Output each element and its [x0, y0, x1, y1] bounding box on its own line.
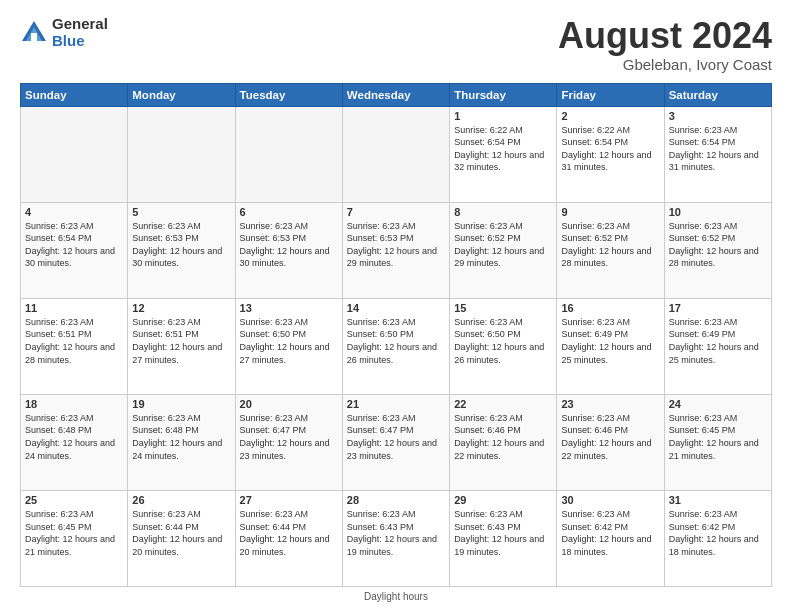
- day-info: Sunrise: 6:23 AM Sunset: 6:44 PM Dayligh…: [132, 508, 230, 558]
- day-number: 28: [347, 494, 445, 506]
- table-row: 17Sunrise: 6:23 AM Sunset: 6:49 PM Dayli…: [664, 298, 771, 394]
- day-info: Sunrise: 6:23 AM Sunset: 6:43 PM Dayligh…: [347, 508, 445, 558]
- day-number: 24: [669, 398, 767, 410]
- col-monday: Monday: [128, 83, 235, 106]
- table-row: [235, 106, 342, 202]
- week-row-4: 18Sunrise: 6:23 AM Sunset: 6:48 PM Dayli…: [21, 394, 772, 490]
- table-row: 4Sunrise: 6:23 AM Sunset: 6:54 PM Daylig…: [21, 202, 128, 298]
- col-wednesday: Wednesday: [342, 83, 449, 106]
- day-number: 31: [669, 494, 767, 506]
- day-info: Sunrise: 6:23 AM Sunset: 6:53 PM Dayligh…: [240, 220, 338, 270]
- day-info: Sunrise: 6:23 AM Sunset: 6:52 PM Dayligh…: [669, 220, 767, 270]
- day-info: Sunrise: 6:23 AM Sunset: 6:48 PM Dayligh…: [25, 412, 123, 462]
- logo-blue-text: Blue: [52, 33, 108, 50]
- table-row: 5Sunrise: 6:23 AM Sunset: 6:53 PM Daylig…: [128, 202, 235, 298]
- day-number: 14: [347, 302, 445, 314]
- table-row: 10Sunrise: 6:23 AM Sunset: 6:52 PM Dayli…: [664, 202, 771, 298]
- day-number: 11: [25, 302, 123, 314]
- day-number: 19: [132, 398, 230, 410]
- svg-rect-2: [31, 33, 37, 41]
- day-number: 23: [561, 398, 659, 410]
- day-info: Sunrise: 6:22 AM Sunset: 6:54 PM Dayligh…: [561, 124, 659, 174]
- footer-note: Daylight hours: [20, 591, 772, 602]
- table-row: 13Sunrise: 6:23 AM Sunset: 6:50 PM Dayli…: [235, 298, 342, 394]
- day-number: 18: [25, 398, 123, 410]
- logo: General Blue: [20, 16, 108, 49]
- table-row: 23Sunrise: 6:23 AM Sunset: 6:46 PM Dayli…: [557, 394, 664, 490]
- table-row: 12Sunrise: 6:23 AM Sunset: 6:51 PM Dayli…: [128, 298, 235, 394]
- day-number: 30: [561, 494, 659, 506]
- day-number: 4: [25, 206, 123, 218]
- day-info: Sunrise: 6:23 AM Sunset: 6:45 PM Dayligh…: [669, 412, 767, 462]
- day-info: Sunrise: 6:23 AM Sunset: 6:54 PM Dayligh…: [669, 124, 767, 174]
- week-row-3: 11Sunrise: 6:23 AM Sunset: 6:51 PM Dayli…: [21, 298, 772, 394]
- col-thursday: Thursday: [450, 83, 557, 106]
- day-number: 16: [561, 302, 659, 314]
- day-number: 9: [561, 206, 659, 218]
- table-row: [342, 106, 449, 202]
- day-info: Sunrise: 6:23 AM Sunset: 6:47 PM Dayligh…: [240, 412, 338, 462]
- table-row: 7Sunrise: 6:23 AM Sunset: 6:53 PM Daylig…: [342, 202, 449, 298]
- day-info: Sunrise: 6:23 AM Sunset: 6:48 PM Dayligh…: [132, 412, 230, 462]
- day-info: Sunrise: 6:23 AM Sunset: 6:43 PM Dayligh…: [454, 508, 552, 558]
- table-row: 15Sunrise: 6:23 AM Sunset: 6:50 PM Dayli…: [450, 298, 557, 394]
- day-number: 27: [240, 494, 338, 506]
- day-info: Sunrise: 6:23 AM Sunset: 6:42 PM Dayligh…: [669, 508, 767, 558]
- logo-icon: [20, 19, 48, 47]
- table-row: 1Sunrise: 6:22 AM Sunset: 6:54 PM Daylig…: [450, 106, 557, 202]
- col-tuesday: Tuesday: [235, 83, 342, 106]
- day-number: 1: [454, 110, 552, 122]
- day-info: Sunrise: 6:23 AM Sunset: 6:49 PM Dayligh…: [561, 316, 659, 366]
- week-row-2: 4Sunrise: 6:23 AM Sunset: 6:54 PM Daylig…: [21, 202, 772, 298]
- day-number: 5: [132, 206, 230, 218]
- table-row: 14Sunrise: 6:23 AM Sunset: 6:50 PM Dayli…: [342, 298, 449, 394]
- day-number: 12: [132, 302, 230, 314]
- day-info: Sunrise: 6:23 AM Sunset: 6:50 PM Dayligh…: [240, 316, 338, 366]
- table-row: 22Sunrise: 6:23 AM Sunset: 6:46 PM Dayli…: [450, 394, 557, 490]
- day-number: 25: [25, 494, 123, 506]
- table-row: 20Sunrise: 6:23 AM Sunset: 6:47 PM Dayli…: [235, 394, 342, 490]
- day-info: Sunrise: 6:23 AM Sunset: 6:46 PM Dayligh…: [454, 412, 552, 462]
- day-info: Sunrise: 6:23 AM Sunset: 6:49 PM Dayligh…: [669, 316, 767, 366]
- day-number: 17: [669, 302, 767, 314]
- table-row: 18Sunrise: 6:23 AM Sunset: 6:48 PM Dayli…: [21, 394, 128, 490]
- table-row: 26Sunrise: 6:23 AM Sunset: 6:44 PM Dayli…: [128, 490, 235, 586]
- day-info: Sunrise: 6:23 AM Sunset: 6:47 PM Dayligh…: [347, 412, 445, 462]
- col-sunday: Sunday: [21, 83, 128, 106]
- table-row: 29Sunrise: 6:23 AM Sunset: 6:43 PM Dayli…: [450, 490, 557, 586]
- day-number: 10: [669, 206, 767, 218]
- day-info: Sunrise: 6:23 AM Sunset: 6:44 PM Dayligh…: [240, 508, 338, 558]
- day-number: 21: [347, 398, 445, 410]
- day-number: 3: [669, 110, 767, 122]
- week-row-1: 1Sunrise: 6:22 AM Sunset: 6:54 PM Daylig…: [21, 106, 772, 202]
- day-number: 2: [561, 110, 659, 122]
- table-row: 25Sunrise: 6:23 AM Sunset: 6:45 PM Dayli…: [21, 490, 128, 586]
- table-row: 6Sunrise: 6:23 AM Sunset: 6:53 PM Daylig…: [235, 202, 342, 298]
- day-number: 7: [347, 206, 445, 218]
- table-row: 24Sunrise: 6:23 AM Sunset: 6:45 PM Dayli…: [664, 394, 771, 490]
- table-row: [21, 106, 128, 202]
- table-row: 30Sunrise: 6:23 AM Sunset: 6:42 PM Dayli…: [557, 490, 664, 586]
- table-row: 19Sunrise: 6:23 AM Sunset: 6:48 PM Dayli…: [128, 394, 235, 490]
- page: General Blue August 2024 Gbeleban, Ivory…: [0, 0, 792, 612]
- day-info: Sunrise: 6:23 AM Sunset: 6:50 PM Dayligh…: [454, 316, 552, 366]
- day-number: 22: [454, 398, 552, 410]
- table-row: 9Sunrise: 6:23 AM Sunset: 6:52 PM Daylig…: [557, 202, 664, 298]
- day-number: 26: [132, 494, 230, 506]
- table-row: 16Sunrise: 6:23 AM Sunset: 6:49 PM Dayli…: [557, 298, 664, 394]
- day-info: Sunrise: 6:23 AM Sunset: 6:42 PM Dayligh…: [561, 508, 659, 558]
- day-info: Sunrise: 6:23 AM Sunset: 6:45 PM Dayligh…: [25, 508, 123, 558]
- col-friday: Friday: [557, 83, 664, 106]
- day-info: Sunrise: 6:23 AM Sunset: 6:54 PM Dayligh…: [25, 220, 123, 270]
- logo-general-text: General: [52, 16, 108, 33]
- table-row: 31Sunrise: 6:23 AM Sunset: 6:42 PM Dayli…: [664, 490, 771, 586]
- day-number: 20: [240, 398, 338, 410]
- day-info: Sunrise: 6:23 AM Sunset: 6:51 PM Dayligh…: [25, 316, 123, 366]
- day-number: 8: [454, 206, 552, 218]
- day-number: 13: [240, 302, 338, 314]
- header: General Blue August 2024 Gbeleban, Ivory…: [20, 16, 772, 73]
- table-row: 2Sunrise: 6:22 AM Sunset: 6:54 PM Daylig…: [557, 106, 664, 202]
- table-row: 3Sunrise: 6:23 AM Sunset: 6:54 PM Daylig…: [664, 106, 771, 202]
- logo-text: General Blue: [52, 16, 108, 49]
- table-row: 28Sunrise: 6:23 AM Sunset: 6:43 PM Dayli…: [342, 490, 449, 586]
